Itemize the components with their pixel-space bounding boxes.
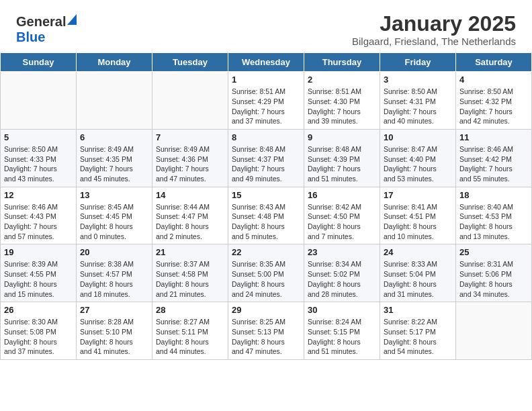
week-row-1: 1Sunrise: 8:51 AM Sunset: 4:29 PM Daylig… [1, 72, 532, 130]
calendar-cell: 10Sunrise: 8:47 AM Sunset: 4:40 PM Dayli… [380, 129, 456, 187]
week-row-3: 12Sunrise: 8:46 AM Sunset: 4:43 PM Dayli… [1, 187, 532, 244]
calendar-cell: 18Sunrise: 8:40 AM Sunset: 4:53 PM Dayli… [456, 187, 532, 244]
calendar-cell: 4Sunrise: 8:50 AM Sunset: 4:32 PM Daylig… [456, 72, 532, 130]
day-info: Sunrise: 8:48 AM Sunset: 4:37 PM Dayligh… [232, 144, 300, 184]
day-info: Sunrise: 8:33 AM Sunset: 5:04 PM Dayligh… [384, 259, 452, 299]
day-number: 25 [459, 247, 528, 257]
calendar-cell: 14Sunrise: 8:44 AM Sunset: 4:47 PM Dayli… [152, 187, 228, 244]
week-row-5: 26Sunrise: 8:30 AM Sunset: 5:08 PM Dayli… [1, 302, 532, 360]
calendar-cell: 6Sunrise: 8:49 AM Sunset: 4:35 PM Daylig… [77, 129, 152, 187]
day-number: 28 [156, 305, 224, 315]
calendar-cell: 17Sunrise: 8:41 AM Sunset: 4:51 PM Dayli… [380, 187, 456, 244]
calendar: SundayMondayTuesdayWednesdayThursdayFrid… [0, 52, 532, 360]
calendar-cell: 21Sunrise: 8:37 AM Sunset: 4:58 PM Dayli… [152, 244, 228, 302]
day-number: 29 [232, 305, 300, 315]
weekday-header-friday: Friday [380, 53, 456, 72]
calendar-cell [456, 302, 532, 360]
day-number: 17 [384, 190, 452, 200]
header: General Blue January 2025 Bilgaard, Frie… [0, 0, 532, 52]
calendar-cell: 19Sunrise: 8:39 AM Sunset: 4:55 PM Dayli… [1, 244, 77, 302]
day-info: Sunrise: 8:46 AM Sunset: 4:42 PM Dayligh… [459, 144, 528, 184]
calendar-cell: 5Sunrise: 8:50 AM Sunset: 4:33 PM Daylig… [1, 129, 77, 187]
calendar-cell: 16Sunrise: 8:42 AM Sunset: 4:50 PM Dayli… [304, 187, 380, 244]
calendar-cell: 12Sunrise: 8:46 AM Sunset: 4:43 PM Dayli… [1, 187, 77, 244]
day-info: Sunrise: 8:48 AM Sunset: 4:39 PM Dayligh… [308, 144, 376, 184]
logo-triangle [67, 14, 77, 28]
calendar-cell: 11Sunrise: 8:46 AM Sunset: 4:42 PM Dayli… [456, 129, 532, 187]
day-number: 6 [80, 132, 148, 142]
logo-blue-text: Blue [16, 30, 45, 44]
day-number: 30 [308, 305, 376, 315]
day-number: 10 [384, 132, 452, 142]
calendar-cell [152, 72, 228, 130]
day-number: 8 [232, 132, 300, 142]
weekday-header-row: SundayMondayTuesdayWednesdayThursdayFrid… [1, 53, 532, 72]
day-info: Sunrise: 8:50 AM Sunset: 4:31 PM Dayligh… [384, 87, 452, 126]
day-info: Sunrise: 8:42 AM Sunset: 4:50 PM Dayligh… [308, 202, 376, 242]
day-number: 3 [384, 75, 452, 85]
day-info: Sunrise: 8:38 AM Sunset: 4:57 PM Dayligh… [80, 259, 148, 299]
calendar-cell: 20Sunrise: 8:38 AM Sunset: 4:57 PM Dayli… [77, 244, 152, 302]
calendar-cell: 13Sunrise: 8:45 AM Sunset: 4:45 PM Dayli… [77, 187, 152, 244]
day-number: 9 [308, 132, 376, 142]
day-info: Sunrise: 8:30 AM Sunset: 5:08 PM Dayligh… [4, 317, 73, 357]
calendar-cell: 24Sunrise: 8:33 AM Sunset: 5:04 PM Dayli… [380, 244, 456, 302]
svg-marker-0 [67, 14, 77, 25]
week-row-4: 19Sunrise: 8:39 AM Sunset: 4:55 PM Dayli… [1, 244, 532, 302]
weekday-header-wednesday: Wednesday [228, 53, 304, 72]
day-number: 26 [4, 305, 73, 315]
day-info: Sunrise: 8:47 AM Sunset: 4:40 PM Dayligh… [384, 144, 452, 184]
day-number: 13 [80, 190, 148, 200]
calendar-cell: 26Sunrise: 8:30 AM Sunset: 5:08 PM Dayli… [1, 302, 77, 360]
calendar-cell: 8Sunrise: 8:48 AM Sunset: 4:37 PM Daylig… [228, 129, 304, 187]
calendar-cell: 25Sunrise: 8:31 AM Sunset: 5:06 PM Dayli… [456, 244, 532, 302]
day-info: Sunrise: 8:49 AM Sunset: 4:36 PM Dayligh… [156, 144, 224, 184]
day-info: Sunrise: 8:45 AM Sunset: 4:45 PM Dayligh… [80, 202, 148, 242]
day-info: Sunrise: 8:51 AM Sunset: 4:30 PM Dayligh… [308, 87, 376, 126]
day-info: Sunrise: 8:34 AM Sunset: 5:02 PM Dayligh… [308, 259, 376, 299]
calendar-cell: 31Sunrise: 8:22 AM Sunset: 5:17 PM Dayli… [380, 302, 456, 360]
week-row-2: 5Sunrise: 8:50 AM Sunset: 4:33 PM Daylig… [1, 129, 532, 187]
calendar-cell: 28Sunrise: 8:27 AM Sunset: 5:11 PM Dayli… [152, 302, 228, 360]
day-number: 14 [156, 190, 224, 200]
weekday-header-thursday: Thursday [304, 53, 380, 72]
calendar-cell: 22Sunrise: 8:35 AM Sunset: 5:00 PM Dayli… [228, 244, 304, 302]
calendar-cell: 9Sunrise: 8:48 AM Sunset: 4:39 PM Daylig… [304, 129, 380, 187]
day-number: 16 [308, 190, 376, 200]
day-number: 11 [459, 132, 528, 142]
calendar-cell: 23Sunrise: 8:34 AM Sunset: 5:02 PM Dayli… [304, 244, 380, 302]
day-number: 7 [156, 132, 224, 142]
logo: General Blue [16, 14, 77, 45]
calendar-cell: 1Sunrise: 8:51 AM Sunset: 4:29 PM Daylig… [228, 72, 304, 130]
subtitle: Bilgaard, Friesland, The Netherlands [352, 36, 516, 47]
day-number: 4 [459, 75, 528, 85]
day-number: 22 [232, 247, 300, 257]
calendar-cell: 27Sunrise: 8:28 AM Sunset: 5:10 PM Dayli… [77, 302, 152, 360]
day-number: 1 [232, 75, 300, 85]
day-number: 27 [80, 305, 148, 315]
month-title: January 2025 [352, 12, 516, 36]
calendar-cell: 3Sunrise: 8:50 AM Sunset: 4:31 PM Daylig… [380, 72, 456, 130]
day-number: 18 [459, 190, 528, 200]
day-info: Sunrise: 8:43 AM Sunset: 4:48 PM Dayligh… [232, 202, 300, 242]
calendar-cell: 15Sunrise: 8:43 AM Sunset: 4:48 PM Dayli… [228, 187, 304, 244]
title-block: January 2025 Bilgaard, Friesland, The Ne… [352, 12, 516, 47]
day-info: Sunrise: 8:40 AM Sunset: 4:53 PM Dayligh… [459, 202, 528, 242]
day-info: Sunrise: 8:39 AM Sunset: 4:55 PM Dayligh… [4, 259, 73, 299]
day-number: 20 [80, 247, 148, 257]
weekday-header-saturday: Saturday [456, 53, 532, 72]
day-number: 24 [384, 247, 452, 257]
calendar-cell: 2Sunrise: 8:51 AM Sunset: 4:30 PM Daylig… [304, 72, 380, 130]
weekday-header-tuesday: Tuesday [152, 53, 228, 72]
day-info: Sunrise: 8:44 AM Sunset: 4:47 PM Dayligh… [156, 202, 224, 242]
calendar-cell: 29Sunrise: 8:25 AM Sunset: 5:13 PM Dayli… [228, 302, 304, 360]
calendar-cell: 7Sunrise: 8:49 AM Sunset: 4:36 PM Daylig… [152, 129, 228, 187]
day-info: Sunrise: 8:46 AM Sunset: 4:43 PM Dayligh… [4, 202, 73, 242]
day-number: 2 [308, 75, 376, 85]
day-number: 12 [4, 190, 73, 200]
day-info: Sunrise: 8:51 AM Sunset: 4:29 PM Dayligh… [232, 87, 300, 126]
day-info: Sunrise: 8:35 AM Sunset: 5:00 PM Dayligh… [232, 259, 300, 299]
day-number: 23 [308, 247, 376, 257]
day-info: Sunrise: 8:22 AM Sunset: 5:17 PM Dayligh… [384, 317, 452, 357]
calendar-cell [77, 72, 152, 130]
